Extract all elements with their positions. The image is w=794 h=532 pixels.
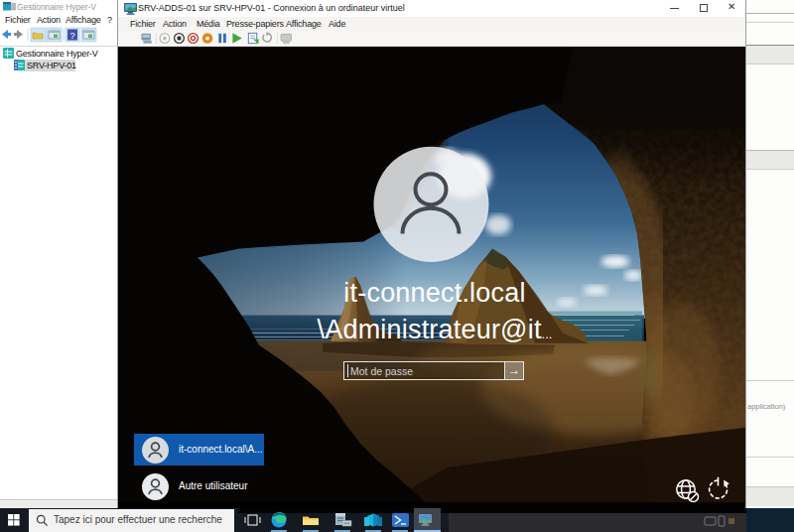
svg-text:?: ? (69, 31, 74, 41)
